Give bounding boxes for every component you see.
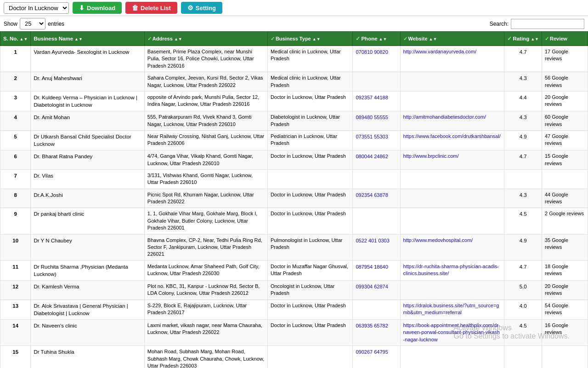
website-link[interactable]: https://www.facebook.com/drutkarshbansal… — [403, 133, 501, 139]
cell-phone[interactable]: 099304 62874 — [353, 280, 400, 299]
phone-link[interactable]: 063935 65782 — [356, 323, 388, 328]
cell-phone[interactable]: 092354 63878 — [353, 189, 400, 208]
cell-phone[interactable]: 089480 55555 — [353, 111, 400, 131]
website-link[interactable]: http://www.vardanayurveda.com/ — [403, 49, 477, 54]
website-link[interactable]: http://www.medovhospital.com/ — [403, 237, 473, 243]
website-link[interactable]: https://book-appointment.healthplix.com/… — [403, 322, 500, 342]
phone-link[interactable]: 090267 64795 — [356, 349, 388, 355]
cell-sno: 14 — [0, 319, 31, 345]
cell-address: Plot no. KBC, 31, Kanpur - Lucknow Rd, S… — [144, 280, 267, 299]
website-link[interactable]: http://www.brpclinic.com/ — [403, 153, 459, 159]
phone-link[interactable]: 087954 18640 — [356, 264, 388, 270]
col-header-review[interactable]: ✓Review — [542, 32, 588, 46]
cell-business_type — [267, 346, 353, 368]
show-label: Show — [4, 21, 17, 27]
cell-website — [400, 169, 504, 189]
cell-business_type: Pediatrician in Lucknow, Uttar Pradesh — [267, 130, 353, 150]
category-dropdown[interactable]: Doctor In Lucknow — [4, 2, 69, 14]
cell-business_type: Doctor in Muzaffar Nagar Ghusval, Uttar … — [267, 260, 353, 280]
cell-address: Sahara Complex, Jeevan, Kursi Rd, Sector… — [144, 72, 267, 92]
entries-search-row: Show 102550100 entries Search: — [0, 16, 588, 31]
entries-select[interactable]: 102550100 — [20, 18, 45, 29]
phone-link[interactable]: 092357 44188 — [356, 95, 388, 100]
cell-business_type: Pulmonologist in Lucknow, Uttar Pradesh — [267, 234, 353, 260]
cell-review: 56 Google reviews — [542, 72, 588, 92]
cell-business_name: Dr Tuhina Shukla — [31, 346, 144, 368]
phone-link[interactable]: 080044 24862 — [356, 154, 388, 159]
cell-phone[interactable]: 080044 24862 — [353, 150, 400, 170]
cell-review: 15 Google reviews — [542, 150, 588, 170]
cell-business_name: Dr. Naveen's clinic — [31, 319, 144, 345]
cell-business_name: Dr. Bharat Ratna Pandey — [31, 150, 144, 170]
cell-address: Bhavna Complex, CP-2, Near, Tedhi Pulia … — [144, 234, 267, 260]
search-input[interactable] — [511, 19, 584, 29]
cell-website[interactable]: https://www.facebook.com/drutkarshbansal… — [400, 130, 504, 150]
table-row: 8Dr.A.K.JoshiPicnic Spot Rd, Khurram Nag… — [0, 189, 588, 208]
cell-phone[interactable]: 063935 65782 — [353, 319, 400, 345]
cell-website[interactable]: https://dralok.business.site/?utm_source… — [400, 299, 504, 319]
cell-website[interactable]: https://dr-ruchita-sharma-physician-acad… — [400, 260, 504, 280]
cell-phone[interactable]: 0522 401 0303 — [353, 234, 400, 260]
cell-address: 555, Patrakarpuram Rd, Vivek Khand 3, Go… — [144, 111, 267, 131]
col-header-sno[interactable]: S. No.▲▼ — [0, 32, 31, 46]
cell-address: opposite of Arvindo park, Munshi Pulia, … — [144, 91, 267, 111]
cell-website — [400, 280, 504, 299]
cell-address: 1, 1, Gokhale Vihar Marg, Gokhale Marg, … — [144, 208, 267, 234]
phone-link[interactable]: 099304 62874 — [356, 284, 388, 289]
delete-list-button[interactable]: 🗑 Delete List — [125, 2, 177, 14]
download-button[interactable]: ⬇ Download — [73, 2, 122, 14]
cell-address: 3/131, Vishwas Khand, Gomti Nagar, Luckn… — [144, 169, 267, 189]
phone-link[interactable]: 089480 55555 — [356, 115, 388, 120]
cell-business_type: Doctor in Lucknow, Uttar Pradesh — [267, 299, 353, 319]
cell-website — [400, 346, 504, 368]
cell-rating: 4.5 — [504, 319, 542, 345]
cell-review: 54 Google reviews — [542, 299, 588, 319]
cell-business_type: Doctor in Lucknow, Uttar Pradesh — [267, 189, 353, 208]
cell-website[interactable]: http://www.brpclinic.com/ — [400, 150, 504, 170]
cell-phone[interactable]: 070810 90820 — [353, 46, 400, 72]
col-header-address[interactable]: ✓Address▲▼ — [144, 32, 267, 46]
table-row: 4Dr. Amit Mohan555, Patrakarpuram Rd, Vi… — [0, 111, 588, 131]
table-row: 15Dr Tuhina ShuklaMohan Road, Subhash Ma… — [0, 346, 588, 368]
data-table: S. No.▲▼Business Name▲▼✓Address▲▼✓Busine… — [0, 31, 588, 368]
cell-rating — [504, 346, 542, 368]
cell-rating: 4.5 — [504, 208, 542, 234]
cell-rating: 4.4 — [504, 91, 542, 111]
website-link[interactable]: http://amitmohandiabetesdoctor.com/ — [403, 114, 486, 120]
website-link[interactable]: https://dralok.business.site/?utm_source… — [403, 303, 499, 315]
cell-phone[interactable]: 087954 18640 — [353, 260, 400, 280]
cell-review: 20 Google reviews — [542, 91, 588, 111]
cell-business_name: Dr Utkarsh Bansal Child Specialist Docto… — [31, 130, 144, 150]
phone-link[interactable]: 0522 401 0303 — [356, 238, 389, 243]
cell-website[interactable]: http://www.medovhospital.com/ — [400, 234, 504, 260]
cell-rating: 4.7 — [504, 150, 542, 170]
cell-phone[interactable]: 092357 44188 — [353, 91, 400, 111]
search-label: Search: — [490, 21, 509, 27]
cell-website[interactable]: http://www.vardanayurveda.com/ — [400, 46, 504, 72]
cell-review: 35 Google reviews — [542, 234, 588, 260]
col-header-phone[interactable]: ✓Phone▲▼ — [353, 32, 400, 46]
col-header-business_type[interactable]: ✓Business Type▲▼ — [267, 32, 353, 46]
website-link[interactable]: https://dr-ruchita-sharma-physician-acad… — [403, 264, 499, 276]
cell-website[interactable]: https://book-appointment.healthplix.com/… — [400, 319, 504, 345]
cell-phone[interactable]: 090267 64795 — [353, 346, 400, 368]
cell-sno: 2 — [0, 72, 31, 92]
phone-link[interactable]: 073551 55303 — [356, 134, 388, 139]
cell-rating: 4.9 — [504, 130, 542, 150]
table-row: 12Dr. Kamlesh VermaPlot no. KBC, 31, Kan… — [0, 280, 588, 299]
col-header-website[interactable]: ✓Website▲▼ — [400, 32, 504, 46]
col-header-business_name[interactable]: Business Name▲▼ — [31, 32, 144, 46]
cell-review: 60 Google reviews — [542, 111, 588, 131]
phone-link[interactable]: 070810 90820 — [356, 49, 388, 55]
cell-sno: 9 — [0, 208, 31, 234]
cell-sno: 12 — [0, 280, 31, 299]
table-row: 6Dr. Bharat Ratna Pandey4/74, Ganga Viha… — [0, 150, 588, 170]
phone-link[interactable]: 092354 63878 — [356, 192, 388, 198]
cell-phone[interactable]: 073551 55303 — [353, 130, 400, 150]
setting-button[interactable]: ⚙ Setting — [181, 2, 222, 14]
cell-website[interactable]: http://amitmohandiabetesdoctor.com/ — [400, 111, 504, 131]
cell-business_name: Dr Y N Chaubey — [31, 234, 144, 260]
cell-address: Mohan Road, Subhash Marg, Mohan Road, Su… — [144, 346, 267, 368]
cell-review: 44 Google reviews — [542, 189, 588, 208]
col-header-rating[interactable]: ✓Rating▲▼ — [504, 32, 542, 46]
